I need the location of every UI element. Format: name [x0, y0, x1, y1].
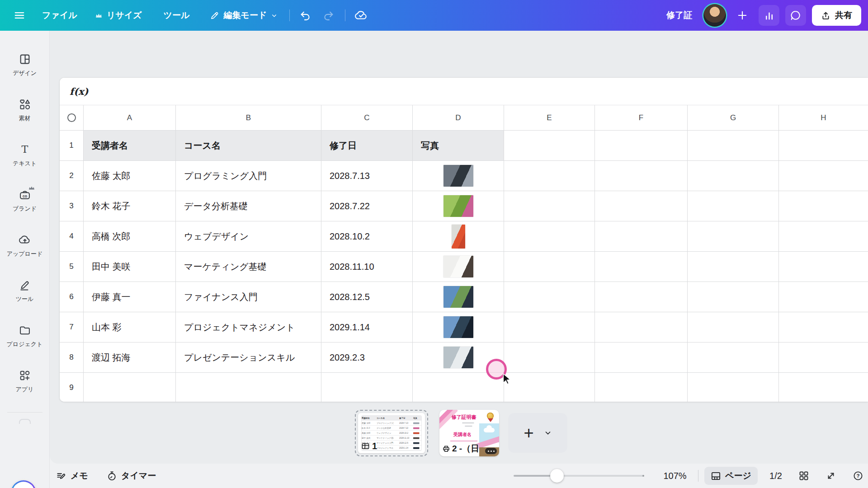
row-number[interactable]: 4 — [60, 221, 84, 251]
cell-empty[interactable] — [504, 312, 595, 342]
undo-button[interactable] — [300, 10, 311, 21]
document-title[interactable]: 修了証 — [666, 9, 692, 21]
cell-empty[interactable] — [504, 191, 595, 221]
cell-empty[interactable] — [504, 282, 595, 312]
cell-empty[interactable] — [595, 312, 688, 342]
formula-bar[interactable]: f(x) — [60, 78, 868, 105]
student-photo[interactable] — [443, 165, 473, 187]
cell-empty[interactable] — [688, 221, 779, 251]
cell-empty[interactable] — [176, 373, 321, 402]
student-photo[interactable] — [443, 256, 473, 277]
sidebar-item-projects[interactable]: プロジェクト — [0, 314, 49, 359]
cell-photo[interactable] — [413, 252, 504, 282]
cell-empty[interactable] — [595, 252, 688, 282]
cell-empty[interactable] — [595, 373, 688, 402]
student-photo[interactable] — [443, 347, 473, 368]
cell-course[interactable]: プログラミング入門 — [176, 161, 321, 191]
row-number[interactable]: 6 — [60, 282, 84, 312]
cell-date[interactable]: 2029.1.14 — [321, 312, 413, 342]
cell-name[interactable]: 伊藤 真一 — [84, 282, 176, 312]
cell-empty[interactable] — [504, 161, 595, 191]
notes-button[interactable]: メモ — [56, 464, 88, 488]
comments-button[interactable] — [785, 5, 806, 26]
cell-empty[interactable] — [504, 343, 595, 372]
invite-member-button[interactable] — [732, 5, 753, 26]
cell-course[interactable]: ウェブデザイン — [176, 221, 321, 251]
column-header-a[interactable]: A — [84, 105, 176, 130]
page-thumbnail-2-certificate[interactable]: 修了証明書 受講者名 2 -（日 — [439, 410, 499, 456]
cell-date[interactable]: 2028.7.22 — [321, 191, 413, 221]
share-button[interactable]: 共有 — [812, 5, 861, 26]
cell-name[interactable]: 山本 彩 — [84, 312, 176, 342]
cell-name[interactable]: 渡辺 拓海 — [84, 343, 176, 372]
column-header-d[interactable]: D — [413, 105, 504, 130]
row-number[interactable]: 9 — [60, 373, 84, 402]
zoom-slider-thumb[interactable] — [550, 469, 564, 483]
cell-course[interactable]: データ分析基礎 — [176, 191, 321, 221]
cell-course[interactable]: プレゼンテーションスキル — [176, 343, 321, 372]
saved-status-button[interactable] — [354, 9, 368, 22]
cell-empty[interactable] — [779, 343, 868, 372]
cell-empty[interactable] — [504, 131, 595, 160]
cell-date[interactable]: 2028.10.2 — [321, 221, 413, 251]
sidebar-item-uploads[interactable]: アップロード — [0, 223, 49, 268]
cell-empty[interactable] — [595, 161, 688, 191]
page-thumbnail-1-selected[interactable]: 受講者名コース名修了日写真佐藤 太郎プログラミング入門2028.7.13鈴木 花… — [355, 410, 428, 456]
menu-tools[interactable]: ツール — [164, 9, 190, 21]
cell-empty[interactable] — [321, 373, 413, 402]
cell-empty[interactable] — [595, 221, 688, 251]
row-number[interactable]: 1 — [60, 131, 84, 160]
cell-name[interactable]: 田中 美咲 — [84, 252, 176, 282]
cell-empty[interactable] — [688, 282, 779, 312]
avatar[interactable] — [703, 4, 726, 27]
redo-button[interactable] — [323, 10, 334, 21]
header-cell-name[interactable]: 受講者名 — [84, 131, 176, 160]
cell-empty[interactable] — [595, 282, 688, 312]
cell-course[interactable]: マーケティング基礎 — [176, 252, 321, 282]
cell-empty[interactable] — [688, 312, 779, 342]
row-number[interactable]: 7 — [60, 312, 84, 342]
column-header-c[interactable]: C — [321, 105, 413, 130]
cell-date[interactable]: 2028.11.10 — [321, 252, 413, 282]
column-header-h[interactable]: H — [779, 105, 868, 130]
cell-empty[interactable] — [688, 191, 779, 221]
zoom-slider-track[interactable] — [514, 475, 644, 477]
sidebar-item-elements[interactable]: 素材 — [0, 88, 49, 133]
sidebar-item-text[interactable]: T テキスト — [0, 133, 49, 178]
student-photo[interactable] — [443, 316, 473, 338]
ai-assistant-button[interactable] — [11, 480, 36, 488]
main-menu-button[interactable] — [14, 9, 25, 21]
row-number[interactable]: 2 — [60, 161, 84, 191]
sidebar-item-apps[interactable]: アプリ — [0, 359, 49, 404]
sidebar-item-brand[interactable]: co ブランド — [0, 178, 49, 223]
grid-view-button[interactable] — [798, 470, 809, 481]
cell-empty[interactable] — [688, 252, 779, 282]
cell-date[interactable]: 2028.7.13 — [321, 161, 413, 191]
sidebar-item-tools[interactable]: ツール — [0, 268, 49, 314]
cell-date[interactable]: 2028.12.5 — [321, 282, 413, 312]
cell-empty[interactable] — [688, 343, 779, 372]
add-page-chevron-icon[interactable] — [544, 429, 552, 437]
cell-empty[interactable] — [779, 312, 868, 342]
cell-empty[interactable] — [688, 161, 779, 191]
row-number[interactable]: 3 — [60, 191, 84, 221]
cell-empty[interactable] — [595, 131, 688, 160]
page-options-ellipsis[interactable] — [485, 448, 497, 454]
cell-empty[interactable] — [595, 191, 688, 221]
cell-name[interactable]: 佐藤 太郎 — [84, 161, 176, 191]
cell-name[interactable]: 鈴木 花子 — [84, 191, 176, 221]
cell-empty[interactable] — [779, 373, 868, 402]
menu-resize[interactable]: リサイズ — [95, 9, 142, 21]
row-number[interactable]: 5 — [60, 252, 84, 282]
cell-empty[interactable] — [779, 252, 868, 282]
insights-button[interactable] — [759, 5, 779, 26]
cell-photo[interactable] — [413, 161, 504, 191]
zoom-level[interactable]: 107% — [651, 464, 699, 488]
select-all-cell[interactable] — [60, 105, 84, 130]
row-number[interactable]: 8 — [60, 343, 84, 372]
cell-photo[interactable] — [413, 343, 504, 372]
header-cell-photo[interactable]: 写真 — [413, 131, 504, 160]
cell-name[interactable]: 高橋 次郎 — [84, 221, 176, 251]
cell-date[interactable]: 2029.2.3 — [321, 343, 413, 372]
cell-empty[interactable] — [504, 373, 595, 402]
